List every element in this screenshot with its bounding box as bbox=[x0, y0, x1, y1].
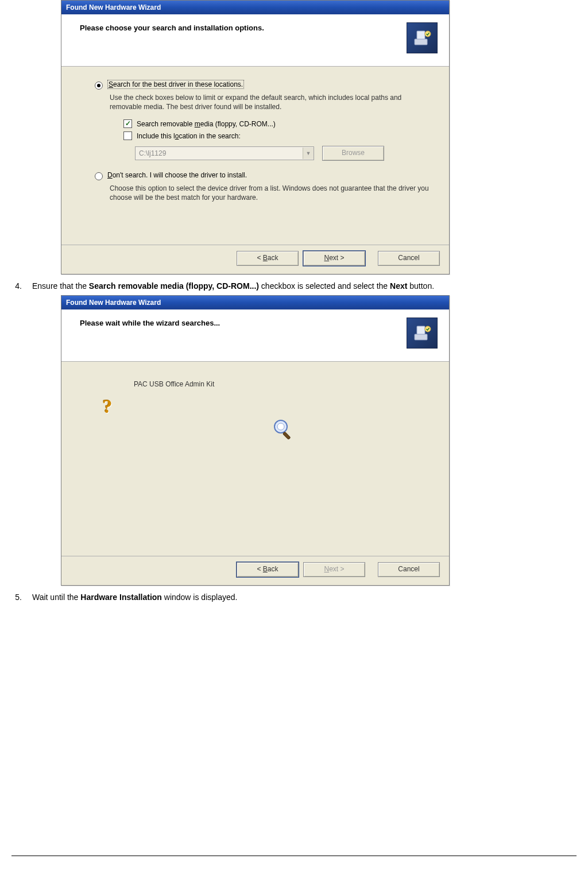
step-text: Ensure that the Search removable media (… bbox=[32, 281, 577, 291]
dialog-body: Search for the best driver in these loca… bbox=[61, 67, 449, 245]
checkbox-icon bbox=[123, 131, 132, 140]
checkbox-label: Search removable media (floppy, CD-ROM..… bbox=[137, 120, 276, 128]
dialog-header-text: Please choose your search and installati… bbox=[80, 22, 264, 32]
wizard-dialog-searching: Found New Hardware Wizard Please wait wh… bbox=[61, 295, 450, 586]
step-number: 4. bbox=[11, 281, 22, 291]
step-5: 5. Wait until the Hardware Installation … bbox=[11, 593, 577, 602]
checkbox-icon bbox=[123, 119, 132, 128]
step-number: 5. bbox=[11, 593, 22, 602]
hardware-icon bbox=[407, 318, 438, 349]
magnifier-icon bbox=[271, 417, 295, 441]
question-mark-icon: ? bbox=[96, 395, 119, 418]
radio-search-locations[interactable]: Search for the best driver in these loca… bbox=[95, 80, 433, 90]
svg-rect-0 bbox=[415, 39, 427, 45]
checkbox-label: Include this location in the search: bbox=[137, 132, 241, 140]
svg-rect-8 bbox=[283, 432, 290, 439]
radio-dont-search[interactable]: Don't search. I will choose the driver t… bbox=[95, 171, 433, 180]
step-text: Wait until the Hardware Installation win… bbox=[32, 593, 577, 602]
checkbox-removable-media[interactable]: Search removable media (floppy, CD-ROM..… bbox=[123, 119, 433, 128]
dialog-header: Please wait while the wizard searches... bbox=[61, 309, 449, 362]
radio-label: Don't search. I will choose the driver t… bbox=[107, 171, 247, 180]
hardware-icon bbox=[407, 22, 438, 53]
window-title: Found New Hardware Wizard bbox=[66, 3, 161, 11]
svg-point-7 bbox=[277, 423, 284, 430]
location-row: ▼ Browse bbox=[135, 146, 433, 161]
cancel-button[interactable]: Cancel bbox=[378, 251, 440, 266]
device-name: PAC USB Office Admin Kit bbox=[134, 380, 432, 388]
next-button[interactable]: Next > bbox=[303, 251, 365, 266]
svg-point-5 bbox=[425, 326, 431, 332]
dialog-body: ? PAC USB Office Admin Kit bbox=[61, 362, 449, 556]
checkbox-include-location[interactable]: Include this location in the search: bbox=[123, 131, 433, 140]
cancel-button[interactable]: Cancel bbox=[378, 562, 440, 577]
button-bar: < Back Next > Cancel bbox=[61, 556, 449, 585]
next-button: Next > bbox=[303, 562, 365, 577]
back-button[interactable]: < Back bbox=[237, 562, 299, 577]
svg-rect-3 bbox=[415, 334, 427, 340]
radio-dot-icon bbox=[95, 172, 103, 180]
back-button[interactable]: < Back bbox=[237, 251, 299, 266]
titlebar[interactable]: Found New Hardware Wizard bbox=[61, 296, 449, 309]
svg-rect-1 bbox=[417, 31, 425, 39]
chevron-down-icon[interactable]: ▼ bbox=[303, 148, 314, 159]
dialog-header-text: Please wait while the wizard searches... bbox=[80, 318, 220, 327]
location-combobox[interactable]: ▼ bbox=[135, 146, 314, 160]
step-4: 4. Ensure that the Search removable medi… bbox=[11, 281, 577, 291]
browse-button[interactable]: Browse bbox=[322, 146, 384, 161]
radio-dot-icon bbox=[95, 82, 103, 90]
option2-description: Choose this option to select the device … bbox=[110, 184, 431, 202]
footer-divider bbox=[11, 856, 577, 856]
window-title: Found New Hardware Wizard bbox=[66, 299, 161, 307]
svg-rect-4 bbox=[417, 326, 425, 334]
svg-point-2 bbox=[425, 31, 431, 37]
button-bar: < Back Next > Cancel bbox=[61, 245, 449, 274]
wizard-dialog-options: Found New Hardware Wizard Please choose … bbox=[61, 0, 450, 274]
titlebar[interactable]: Found New Hardware Wizard bbox=[61, 1, 449, 14]
location-input[interactable] bbox=[136, 148, 303, 159]
dialog-header: Please choose your search and installati… bbox=[61, 14, 449, 67]
option1-description: Use the check boxes below to limit or ex… bbox=[110, 93, 431, 111]
radio-label: Search for the best driver in these loca… bbox=[107, 80, 244, 89]
